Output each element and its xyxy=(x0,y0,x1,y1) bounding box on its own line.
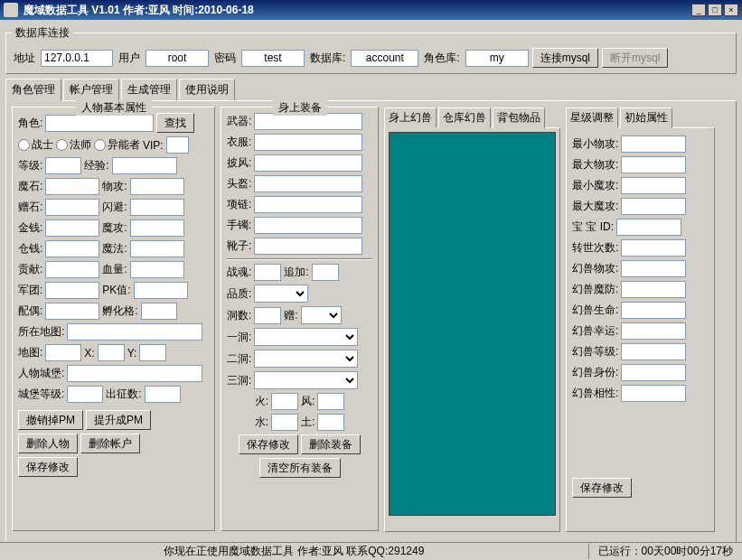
minpa-input[interactable] xyxy=(621,135,686,153)
pet-save-button[interactable]: 保存修改 xyxy=(572,478,632,498)
army-input[interactable] xyxy=(45,282,99,299)
castlelv-input[interactable] xyxy=(67,386,103,403)
addr-input[interactable] xyxy=(41,50,113,67)
find-button[interactable]: 查找 xyxy=(156,113,194,133)
equip-del-button[interactable]: 删除装备 xyxy=(301,434,361,454)
fire-label: 火: xyxy=(255,394,268,409)
neck-input[interactable] xyxy=(254,196,362,213)
del-acc-button[interactable]: 删除帐户 xyxy=(80,434,140,453)
add-input[interactable] xyxy=(312,264,339,281)
cls3-radio[interactable] xyxy=(94,139,106,151)
cls1[interactable]: 战士 xyxy=(18,137,53,153)
roledb-input[interactable] xyxy=(465,50,529,67)
y-input[interactable] xyxy=(139,344,166,361)
lvl-input[interactable] xyxy=(45,157,81,174)
gift-select[interactable] xyxy=(301,306,342,324)
x-input[interactable] xyxy=(98,344,125,361)
earth-input[interactable] xyxy=(317,414,344,431)
shi-input[interactable] xyxy=(45,199,99,216)
cloth-label: 衣服: xyxy=(227,135,251,150)
dodge-input[interactable] xyxy=(130,199,184,216)
pass-input[interactable] xyxy=(241,50,305,67)
bbid-input[interactable] xyxy=(616,219,681,236)
brace-input[interactable] xyxy=(254,217,362,234)
cape-label: 披风: xyxy=(227,155,251,171)
adj-tab-init[interactable]: 初始属性 xyxy=(620,107,672,128)
ppa-input[interactable] xyxy=(621,260,686,277)
pet-tab-body[interactable]: 身上幻兽 xyxy=(384,107,437,128)
magic-input[interactable] xyxy=(130,240,184,257)
maxpa-input[interactable] xyxy=(621,156,686,173)
minma-input[interactable] xyxy=(621,177,686,194)
cls2-radio[interactable] xyxy=(56,139,68,151)
close-button[interactable]: × xyxy=(724,4,738,16)
tab-gen[interactable]: 生成管理 xyxy=(121,79,177,101)
role-input[interactable] xyxy=(45,115,154,132)
mo-input[interactable] xyxy=(45,178,99,195)
cls1-radio[interactable] xyxy=(18,139,30,151)
hole-input[interactable] xyxy=(254,307,281,324)
cloth-input[interactable] xyxy=(254,134,362,151)
pid-input[interactable] xyxy=(621,364,686,381)
equip-clear-button[interactable]: 清空所有装备 xyxy=(259,458,341,478)
db-input[interactable] xyxy=(351,50,418,67)
pmd-input[interactable] xyxy=(621,281,686,298)
minimize-button[interactable]: _ xyxy=(691,4,706,16)
pet-tab-bag[interactable]: 背包物品 xyxy=(493,107,545,128)
water-input[interactable] xyxy=(271,414,298,431)
connect-button[interactable]: 连接mysql xyxy=(532,48,598,68)
promote-pm-button[interactable]: 提升成PM xyxy=(86,410,151,430)
tab-account[interactable]: 帐户管理 xyxy=(63,79,119,101)
cls3[interactable]: 异能者 xyxy=(94,137,140,153)
hp-input[interactable] xyxy=(130,261,184,278)
atk-label: 物攻: xyxy=(102,179,127,194)
bbid-label: 宝 宝 ID: xyxy=(572,219,614,235)
revoke-pm-button[interactable]: 撤销掉PM xyxy=(18,410,83,430)
tab-help[interactable]: 使用说明 xyxy=(179,79,235,101)
rebirth-input[interactable] xyxy=(621,239,686,257)
helm-input[interactable] xyxy=(254,175,362,192)
adj-tab-star[interactable]: 星级调整 xyxy=(566,107,618,128)
pet-tab-store[interactable]: 仓库幻兽 xyxy=(438,107,491,128)
pet-list[interactable] xyxy=(389,132,556,516)
cls2[interactable]: 法师 xyxy=(56,137,91,153)
qual-select[interactable] xyxy=(254,285,308,303)
out-input[interactable] xyxy=(145,386,181,403)
vip-input[interactable] xyxy=(166,136,189,154)
equip-save-button[interactable]: 保存修改 xyxy=(239,434,298,454)
h2-select[interactable] xyxy=(254,350,358,368)
h3-select[interactable] xyxy=(254,371,358,389)
spouse-label: 配偶: xyxy=(18,303,42,319)
matk-input[interactable] xyxy=(130,219,184,237)
mapat-input[interactable] xyxy=(67,323,202,341)
tab-role[interactable]: 角色管理 xyxy=(5,79,61,101)
pk-input[interactable] xyxy=(134,282,188,299)
fire-input[interactable] xyxy=(271,393,298,410)
castle-input[interactable] xyxy=(67,365,202,382)
matk-label: 魔攻: xyxy=(102,220,127,236)
maximize-button[interactable]: □ xyxy=(708,4,722,16)
atk-input[interactable] xyxy=(130,178,184,195)
gong-input[interactable] xyxy=(45,261,99,278)
user-input[interactable] xyxy=(146,50,209,67)
soul-input[interactable] xyxy=(254,264,281,281)
exp-input[interactable] xyxy=(112,157,177,174)
wind-input[interactable] xyxy=(317,393,344,410)
cape-input[interactable] xyxy=(254,154,362,172)
maxma-input[interactable] xyxy=(621,198,686,215)
char-save-button[interactable]: 保存修改 xyxy=(18,457,78,477)
boot-input[interactable] xyxy=(254,238,362,255)
h1-select[interactable] xyxy=(254,328,358,346)
pluck-input[interactable] xyxy=(621,322,686,340)
map-input[interactable] xyxy=(45,344,81,361)
pphase-input[interactable] xyxy=(621,385,686,402)
store-input[interactable] xyxy=(45,240,99,257)
disconnect-button[interactable]: 断开mysql xyxy=(602,48,668,68)
helm-label: 头盔: xyxy=(227,176,251,191)
php-input[interactable] xyxy=(621,302,686,319)
del-char-button[interactable]: 删除人物 xyxy=(18,434,78,453)
egg-input[interactable] xyxy=(141,303,177,320)
spouse-input[interactable] xyxy=(45,303,99,320)
plv-input[interactable] xyxy=(621,343,686,360)
gold-input[interactable] xyxy=(45,219,99,237)
